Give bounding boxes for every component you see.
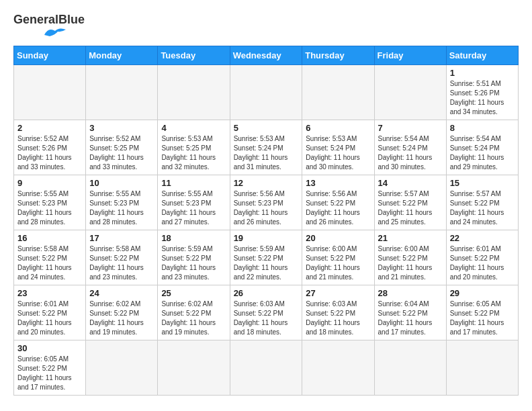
day-number: 11 [161, 178, 226, 188]
day-info: Sunrise: 5:53 AM Sunset: 5:24 PM Dayligh… [306, 134, 370, 172]
calendar-cell [230, 64, 302, 120]
calendar-cell [230, 340, 302, 395]
day-info: Sunrise: 5:54 AM Sunset: 5:24 PM Dayligh… [378, 134, 443, 172]
day-number: 23 [17, 288, 82, 298]
day-info: Sunrise: 6:04 AM Sunset: 5:22 PM Dayligh… [378, 300, 443, 337]
day-number: 27 [306, 288, 370, 298]
calendar-cell [446, 340, 518, 395]
day-info: Sunrise: 5:59 AM Sunset: 5:22 PM Dayligh… [161, 244, 226, 282]
calendar-cell: 17Sunrise: 5:58 AM Sunset: 5:22 PM Dayli… [86, 230, 158, 285]
weekday-header-wednesday: Wednesday [230, 46, 302, 64]
calendar-cell: 29Sunrise: 6:05 AM Sunset: 5:22 PM Dayli… [446, 285, 518, 340]
calendar-cell: 18Sunrise: 5:59 AM Sunset: 5:22 PM Dayli… [158, 230, 230, 285]
day-number: 29 [450, 288, 515, 298]
day-number: 12 [234, 178, 299, 188]
day-info: Sunrise: 5:58 AM Sunset: 5:22 PM Dayligh… [17, 244, 82, 282]
weekday-header-monday: Monday [86, 46, 158, 64]
calendar-cell: 19Sunrise: 5:59 AM Sunset: 5:22 PM Dayli… [230, 230, 302, 285]
day-info: Sunrise: 5:55 AM Sunset: 5:23 PM Dayligh… [89, 189, 154, 227]
day-info: Sunrise: 5:54 AM Sunset: 5:24 PM Dayligh… [450, 134, 515, 172]
day-info: Sunrise: 5:59 AM Sunset: 5:22 PM Dayligh… [234, 244, 299, 282]
calendar-cell: 30Sunrise: 6:05 AM Sunset: 5:22 PM Dayli… [14, 340, 86, 395]
calendar-cell: 2Sunrise: 5:52 AM Sunset: 5:26 PM Daylig… [14, 120, 86, 175]
day-info: Sunrise: 5:53 AM Sunset: 5:25 PM Dayligh… [161, 134, 226, 172]
day-number: 26 [234, 288, 299, 298]
day-info: Sunrise: 6:05 AM Sunset: 5:22 PM Dayligh… [17, 355, 82, 392]
day-info: Sunrise: 6:02 AM Sunset: 5:22 PM Dayligh… [89, 300, 154, 337]
day-info: Sunrise: 5:52 AM Sunset: 5:25 PM Dayligh… [89, 134, 154, 172]
day-info: Sunrise: 5:57 AM Sunset: 5:22 PM Dayligh… [450, 189, 515, 227]
day-info: Sunrise: 6:02 AM Sunset: 5:22 PM Dayligh… [161, 300, 226, 337]
day-number: 6 [306, 123, 370, 133]
day-number: 3 [89, 123, 154, 133]
calendar-cell: 6Sunrise: 5:53 AM Sunset: 5:24 PM Daylig… [302, 120, 374, 175]
calendar-cell [86, 64, 158, 120]
calendar: SundayMondayTuesdayWednesdayThursdayFrid… [13, 46, 519, 396]
calendar-cell: 8Sunrise: 5:54 AM Sunset: 5:24 PM Daylig… [446, 120, 518, 175]
calendar-cell: 16Sunrise: 5:58 AM Sunset: 5:22 PM Dayli… [14, 230, 86, 285]
day-info: Sunrise: 5:51 AM Sunset: 5:26 PM Dayligh… [450, 79, 515, 117]
calendar-cell: 11Sunrise: 5:55 AM Sunset: 5:23 PM Dayli… [158, 175, 230, 230]
day-number: 17 [89, 233, 154, 243]
day-number: 20 [306, 233, 370, 243]
weekday-header-friday: Friday [374, 46, 446, 64]
calendar-cell: 28Sunrise: 6:04 AM Sunset: 5:22 PM Dayli… [374, 285, 446, 340]
day-info: Sunrise: 5:53 AM Sunset: 5:24 PM Dayligh… [234, 134, 299, 172]
calendar-week-row: 2Sunrise: 5:52 AM Sunset: 5:26 PM Daylig… [14, 120, 519, 175]
calendar-cell: 9Sunrise: 5:55 AM Sunset: 5:23 PM Daylig… [14, 175, 86, 230]
day-number: 7 [378, 123, 443, 133]
calendar-week-row: 30Sunrise: 6:05 AM Sunset: 5:22 PM Dayli… [14, 340, 519, 395]
day-number: 24 [89, 288, 154, 298]
weekday-header-saturday: Saturday [446, 46, 518, 64]
day-number: 5 [234, 123, 299, 133]
calendar-cell [158, 340, 230, 395]
day-info: Sunrise: 5:55 AM Sunset: 5:23 PM Dayligh… [17, 189, 82, 227]
day-info: Sunrise: 6:01 AM Sunset: 5:22 PM Dayligh… [450, 244, 515, 282]
day-number: 10 [89, 178, 154, 188]
day-number: 22 [450, 233, 515, 243]
calendar-cell [374, 340, 446, 395]
calendar-cell: 22Sunrise: 6:01 AM Sunset: 5:22 PM Dayli… [446, 230, 518, 285]
calendar-cell [302, 340, 374, 395]
calendar-cell: 25Sunrise: 6:02 AM Sunset: 5:22 PM Dayli… [158, 285, 230, 340]
weekday-header-row: SundayMondayTuesdayWednesdayThursdayFrid… [14, 46, 519, 64]
calendar-cell: 5Sunrise: 5:53 AM Sunset: 5:24 PM Daylig… [230, 120, 302, 175]
calendar-cell [302, 64, 374, 120]
day-info: Sunrise: 5:55 AM Sunset: 5:23 PM Dayligh… [161, 189, 226, 227]
logo: General Blue [13, 13, 85, 39]
calendar-week-row: 23Sunrise: 6:01 AM Sunset: 5:22 PM Dayli… [14, 285, 519, 340]
day-info: Sunrise: 5:57 AM Sunset: 5:22 PM Dayligh… [378, 189, 443, 227]
day-number: 9 [17, 178, 82, 188]
calendar-cell: 24Sunrise: 6:02 AM Sunset: 5:22 PM Dayli… [86, 285, 158, 340]
calendar-cell: 23Sunrise: 6:01 AM Sunset: 5:22 PM Dayli… [14, 285, 86, 340]
day-number: 18 [161, 233, 226, 243]
day-number: 14 [378, 178, 443, 188]
calendar-cell [86, 340, 158, 395]
day-number: 4 [161, 123, 226, 133]
calendar-week-row: 1Sunrise: 5:51 AM Sunset: 5:26 PM Daylig… [14, 64, 519, 120]
day-info: Sunrise: 5:56 AM Sunset: 5:23 PM Dayligh… [234, 189, 299, 227]
day-number: 1 [450, 68, 515, 78]
calendar-cell: 14Sunrise: 5:57 AM Sunset: 5:22 PM Dayli… [374, 175, 446, 230]
day-info: Sunrise: 6:00 AM Sunset: 5:22 PM Dayligh… [378, 244, 443, 282]
calendar-cell: 7Sunrise: 5:54 AM Sunset: 5:24 PM Daylig… [374, 120, 446, 175]
day-info: Sunrise: 5:58 AM Sunset: 5:22 PM Dayligh… [89, 244, 154, 282]
day-number: 28 [378, 288, 443, 298]
calendar-week-row: 9Sunrise: 5:55 AM Sunset: 5:23 PM Daylig… [14, 175, 519, 230]
calendar-cell: 27Sunrise: 6:03 AM Sunset: 5:22 PM Dayli… [302, 285, 374, 340]
calendar-cell [14, 64, 86, 120]
day-number: 13 [306, 178, 370, 188]
day-info: Sunrise: 6:03 AM Sunset: 5:22 PM Dayligh… [234, 300, 299, 337]
calendar-cell: 21Sunrise: 6:00 AM Sunset: 5:22 PM Dayli… [374, 230, 446, 285]
day-info: Sunrise: 6:03 AM Sunset: 5:22 PM Dayligh… [306, 300, 370, 337]
calendar-cell: 4Sunrise: 5:53 AM Sunset: 5:25 PM Daylig… [158, 120, 230, 175]
day-number: 30 [17, 343, 82, 353]
logo-bird-icon [43, 26, 67, 39]
calendar-cell: 13Sunrise: 5:56 AM Sunset: 5:22 PM Dayli… [302, 175, 374, 230]
day-number: 15 [450, 178, 515, 188]
day-number: 19 [234, 233, 299, 243]
weekday-header-thursday: Thursday [302, 46, 374, 64]
header: General Blue [13, 11, 519, 39]
day-number: 8 [450, 123, 515, 133]
day-info: Sunrise: 6:05 AM Sunset: 5:22 PM Dayligh… [450, 300, 515, 337]
